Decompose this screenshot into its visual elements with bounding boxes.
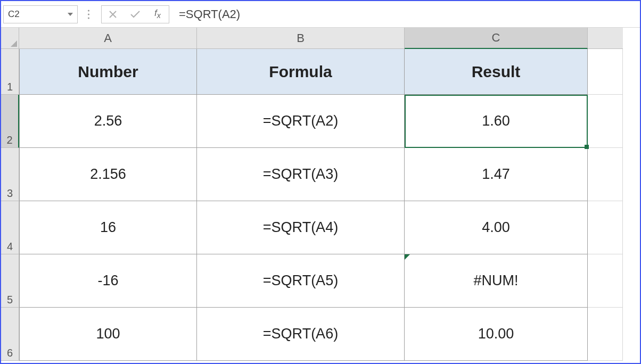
formula-input[interactable]: =SQRT(A2) (172, 7, 638, 21)
col-header-C[interactable]: C (405, 28, 588, 49)
cell-A1[interactable]: Number (19, 49, 197, 95)
row-header-1[interactable]: 1 (1, 49, 19, 95)
svg-point-2 (87, 17, 89, 19)
cell-B2[interactable]: =SQRT(A2) (197, 95, 405, 148)
svg-point-0 (87, 10, 89, 11)
select-all-corner[interactable] (1, 28, 19, 49)
dots-icon[interactable] (81, 5, 96, 23)
name-box[interactable]: C2 (3, 5, 78, 23)
cell-D6[interactable] (588, 308, 623, 361)
row-header-3[interactable]: 3 (1, 148, 19, 201)
row-header-5[interactable]: 5 (1, 254, 19, 308)
name-box-value: C2 (8, 9, 20, 20)
cell-D2[interactable] (588, 95, 623, 148)
cell-C6[interactable]: 10.00 (405, 308, 588, 361)
cell-D4[interactable] (588, 201, 623, 254)
spreadsheet-grid: A B C 1 2 3 4 5 6 Number Formula Result (1, 28, 640, 363)
cell-A3[interactable]: 2.156 (19, 148, 197, 201)
col-header-rest[interactable] (588, 28, 623, 49)
row-header-4[interactable]: 4 (1, 201, 19, 254)
col-header-A[interactable]: A (19, 28, 197, 49)
cell-B6[interactable]: =SQRT(A6) (197, 308, 405, 361)
cell-C3[interactable]: 1.47 (405, 148, 588, 201)
svg-point-1 (87, 13, 89, 15)
cell-C4[interactable]: 4.00 (405, 201, 588, 254)
confirm-icon[interactable] (124, 10, 146, 19)
cell-D1[interactable] (588, 49, 623, 95)
fx-icon[interactable]: fx (146, 8, 169, 20)
cell-A6[interactable]: 100 (19, 308, 197, 361)
cell-A4[interactable]: 16 (19, 201, 197, 254)
cell-C1[interactable]: Result (405, 49, 588, 95)
row-header-2[interactable]: 2 (1, 95, 19, 148)
cell-C2[interactable]: 1.60 (405, 95, 588, 148)
formula-buttons: fx (101, 5, 169, 23)
cell-A2[interactable]: 2.56 (19, 95, 197, 148)
cell-B3[interactable]: =SQRT(A3) (197, 148, 405, 201)
cell-B5[interactable]: =SQRT(A5) (197, 254, 405, 308)
caret-down-icon (68, 13, 73, 16)
cell-D3[interactable] (588, 148, 623, 201)
cell-B4[interactable]: =SQRT(A4) (197, 201, 405, 254)
formula-bar: C2 fx =SQRT(A2) (1, 1, 640, 28)
cancel-icon[interactable] (102, 10, 124, 19)
formula-text: =SQRT(A2) (179, 7, 240, 21)
col-header-B[interactable]: B (197, 28, 405, 49)
cell-C5[interactable]: #NUM! (405, 254, 588, 308)
cell-B1[interactable]: Formula (197, 49, 405, 95)
row-header-6[interactable]: 6 (1, 308, 19, 361)
cell-D5[interactable] (588, 254, 623, 308)
cell-A5[interactable]: -16 (19, 254, 197, 308)
